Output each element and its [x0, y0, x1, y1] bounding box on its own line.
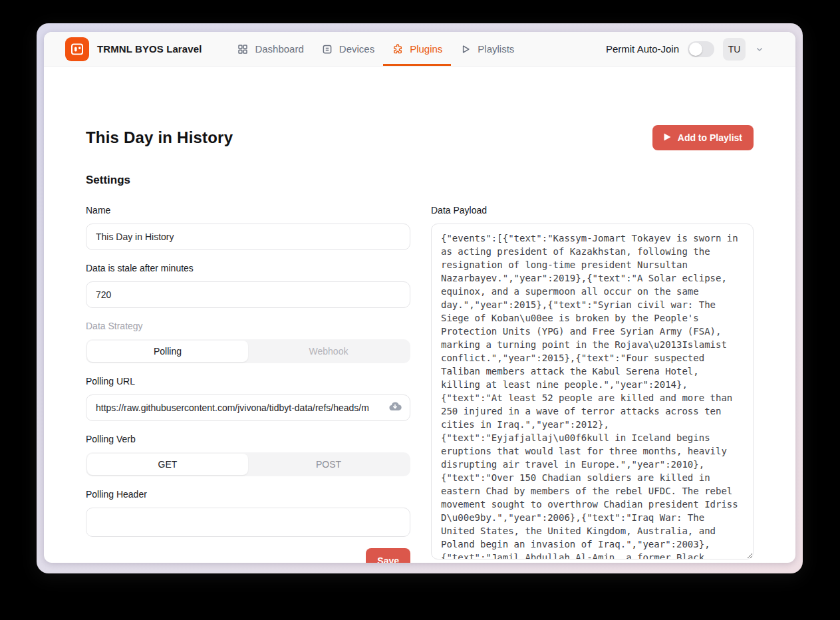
strategy-field-group: Data Strategy Polling Webhook [86, 321, 410, 363]
page-title: This Day in History [86, 128, 233, 147]
grid-icon [237, 43, 249, 55]
name-input[interactable] [86, 224, 410, 250]
window-frame: TRMNL BYOS Laravel Dashboard [37, 23, 803, 573]
polling-header-field-group: Polling Header [86, 489, 410, 537]
strategy-option-polling[interactable]: Polling [87, 341, 248, 362]
stale-minutes-input[interactable] [86, 281, 410, 308]
brand: TRMNL BYOS Laravel [65, 32, 202, 66]
polling-verb-label: Polling Verb [86, 434, 410, 444]
data-payload-label: Data Payload [431, 205, 754, 216]
verb-option-post[interactable]: POST [248, 454, 409, 475]
name-field-group: Name [86, 205, 410, 250]
save-row: Save [86, 548, 410, 563]
permit-auto-join-toggle[interactable] [688, 41, 714, 57]
stale-field-group: Data is stale after minutes [86, 263, 410, 308]
polling-header-label: Polling Header [86, 489, 410, 500]
nav-devices[interactable]: Devices [313, 32, 383, 66]
nav-plugins[interactable]: Plugins [383, 32, 451, 66]
trmnl-logo-icon[interactable] [65, 37, 89, 61]
settings-form: Name Data is stale after minutes Data St… [86, 205, 754, 563]
topbar-right: Permit Auto-Join TU [606, 32, 765, 66]
data-strategy-segmented-control: Polling Webhook [86, 339, 410, 363]
cloud-download-icon[interactable] [388, 399, 402, 416]
polling-url-input[interactable] [86, 394, 410, 421]
top-navigation-bar: TRMNL BYOS Laravel Dashboard [44, 32, 795, 67]
device-icon [321, 43, 333, 55]
chevron-down-icon[interactable] [754, 44, 765, 55]
main-content: This Day in History Add to Playlist Sett… [44, 125, 795, 563]
main-nav: Dashboard Devices [228, 32, 523, 66]
nav-dashboard[interactable]: Dashboard [228, 32, 312, 66]
permit-auto-join-label: Permit Auto-Join [606, 43, 679, 55]
toggle-knob [689, 43, 702, 56]
form-right-column: Data Payload [431, 205, 754, 562]
app-title: TRMNL BYOS Laravel [97, 43, 202, 55]
form-left-column: Name Data is stale after minutes Data St… [86, 205, 410, 563]
save-button[interactable]: Save [366, 548, 410, 563]
puzzle-icon [392, 43, 404, 55]
nav-label: Dashboard [255, 43, 303, 55]
play-icon [664, 132, 671, 143]
polling-header-input[interactable] [86, 508, 410, 537]
name-label: Name [86, 205, 410, 216]
strategy-option-webhook[interactable]: Webhook [248, 341, 409, 362]
nav-playlists[interactable]: Playlists [451, 32, 523, 66]
data-payload-textarea[interactable] [431, 224, 754, 559]
polling-verb-segmented-control: GET POST [86, 452, 410, 476]
nav-label: Playlists [478, 43, 514, 55]
data-strategy-label: Data Strategy [86, 321, 410, 331]
add-to-playlist-button[interactable]: Add to Playlist [652, 125, 754, 150]
nav-label: Plugins [410, 43, 442, 55]
verb-option-get[interactable]: GET [87, 454, 248, 475]
polling-url-label: Polling URL [86, 376, 410, 387]
polling-url-field-group: Polling URL [86, 376, 410, 421]
play-icon [460, 43, 472, 55]
nav-label: Devices [339, 43, 374, 55]
add-to-playlist-label: Add to Playlist [678, 132, 742, 143]
app-window: TRMNL BYOS Laravel Dashboard [44, 32, 795, 563]
polling-verb-field-group: Polling Verb GET POST [86, 434, 410, 476]
settings-heading: Settings [86, 174, 754, 187]
page-header-row: This Day in History Add to Playlist [86, 125, 754, 150]
stale-label: Data is stale after minutes [86, 263, 410, 273]
user-avatar[interactable]: TU [723, 38, 746, 61]
